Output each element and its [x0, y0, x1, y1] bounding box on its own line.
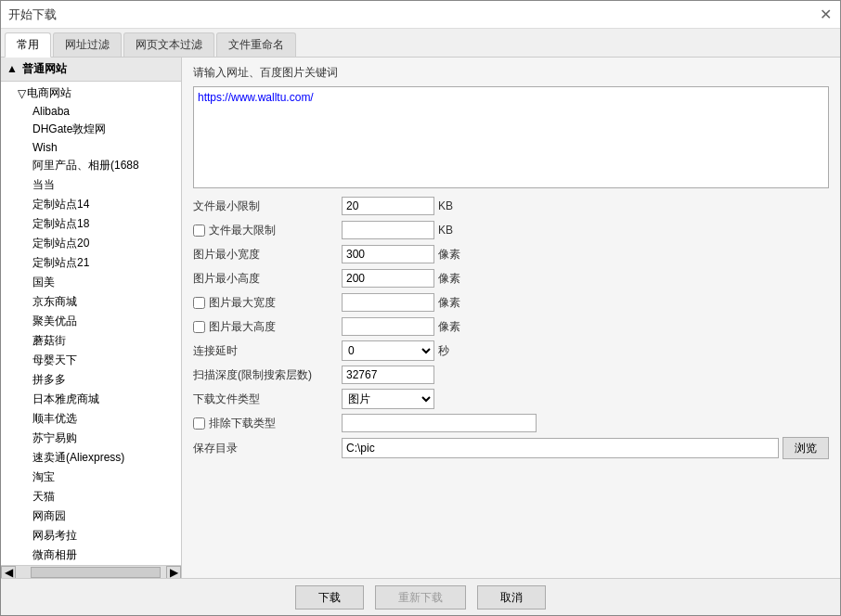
- scroll-thumb[interactable]: [31, 567, 161, 578]
- list-item[interactable]: Wish: [29, 139, 179, 156]
- max-height-label: 图片最大高度: [193, 319, 342, 335]
- list-item[interactable]: 拼多多: [29, 370, 179, 390]
- max-height-unit: 像素: [438, 319, 475, 335]
- max-file-size-input[interactable]: [342, 221, 434, 239]
- tree-node-ecommerce[interactable]: ▽ 电商网站: [3, 83, 179, 103]
- scroll-left-arrow[interactable]: ◀: [1, 566, 16, 579]
- list-item[interactable]: 定制站点14: [29, 195, 179, 214]
- min-width-row: 图片最小宽度 像素: [193, 244, 829, 264]
- min-height-label: 图片最小高度: [193, 271, 342, 287]
- min-file-size-input[interactable]: [342, 197, 434, 215]
- list-item[interactable]: Alibaba: [29, 103, 179, 120]
- scroll-right-arrow[interactable]: ▶: [166, 566, 181, 579]
- browse-button[interactable]: 浏览: [783, 437, 829, 459]
- connection-delay-unit: 秒: [438, 343, 475, 359]
- max-width-unit: 像素: [438, 295, 475, 311]
- max-width-input[interactable]: [342, 293, 434, 312]
- site-tree: ▽ 电商网站 Alibaba DHGate敦煌网 Wish 阿里产品、相册(16…: [1, 82, 181, 565]
- list-item[interactable]: 微商相册: [29, 545, 179, 565]
- max-file-size-label: 文件最大限制: [193, 223, 342, 238]
- min-width-input[interactable]: [342, 245, 434, 263]
- right-panel: 请输入网址、百度图片关键词 文件最小限制 KB 文件最大限制 K: [182, 58, 840, 578]
- bottom-bar: 下载 重新下载 取消: [1, 578, 840, 615]
- list-item[interactable]: 定制站点20: [29, 234, 179, 253]
- max-file-size-checkbox[interactable]: [193, 225, 205, 237]
- scan-depth-input[interactable]: [342, 366, 434, 384]
- min-height-row: 图片最小高度 像素: [193, 268, 829, 289]
- max-height-row: 图片最大高度 像素: [193, 316, 829, 337]
- max-width-label: 图片最大宽度: [193, 295, 342, 311]
- list-item[interactable]: 网商园: [29, 507, 179, 526]
- expand-icon[interactable]: ▽: [18, 87, 27, 100]
- title-bar: 开始下载 ✕: [1, 1, 840, 29]
- min-file-size-unit: KB: [438, 199, 475, 212]
- exclude-type-row: 排除下载类型: [193, 413, 829, 433]
- list-item[interactable]: 京东商城: [29, 292, 179, 312]
- min-width-label: 图片最小宽度: [193, 247, 342, 263]
- list-item[interactable]: 速卖通(Aliexpress): [29, 448, 179, 468]
- connection-delay-row: 连接延时 0 1 2 5 秒: [193, 340, 829, 361]
- main-window: 开始下载 ✕ 常用 网址过滤 网页文本过滤 文件重命名 ▲ 普通网站 ▽ 电商网…: [0, 0, 841, 616]
- list-item[interactable]: 当当: [29, 175, 179, 195]
- left-panel: ▲ 普通网站 ▽ 电商网站 Alibaba DHGate敦煌网 Wish 阿里产…: [1, 58, 182, 578]
- download-type-select[interactable]: 图片 视频 全部: [342, 389, 434, 409]
- min-height-input[interactable]: [342, 269, 434, 288]
- min-width-unit: 像素: [438, 247, 475, 263]
- tab-general[interactable]: 常用: [5, 32, 51, 58]
- tab-rename[interactable]: 文件重命名: [216, 32, 296, 57]
- exclude-type-input[interactable]: [342, 414, 537, 432]
- collapse-arrow[interactable]: ▲: [6, 62, 18, 75]
- tree-root-label: ▲ 普通网站: [1, 58, 181, 82]
- list-item[interactable]: DHGate敦煌网: [29, 120, 179, 139]
- save-dir-label: 保存目录: [193, 441, 342, 456]
- download-type-label: 下载文件类型: [193, 391, 342, 407]
- save-dir-row: 保存目录 浏览: [193, 437, 829, 459]
- redownload-button[interactable]: 重新下载: [375, 585, 466, 610]
- max-width-checkbox[interactable]: [193, 297, 205, 309]
- list-item[interactable]: 苏宁易购: [29, 429, 179, 448]
- max-file-size-unit: KB: [438, 224, 475, 237]
- tree-children: Alibaba DHGate敦煌网 Wish 阿里产品、相册(1688 当当 定…: [3, 103, 179, 565]
- max-height-checkbox[interactable]: [193, 321, 205, 333]
- exclude-type-label: 排除下载类型: [193, 416, 342, 431]
- scan-depth-label: 扫描深度(限制搜索层数): [193, 367, 342, 383]
- list-item[interactable]: 天猫: [29, 487, 179, 507]
- list-item[interactable]: 定制站点18: [29, 214, 179, 234]
- window-title: 开始下载: [8, 6, 57, 23]
- tabs-bar: 常用 网址过滤 网页文本过滤 文件重命名: [1, 29, 840, 58]
- list-item[interactable]: 蘑菇街: [29, 331, 179, 351]
- exclude-type-checkbox[interactable]: [193, 417, 205, 430]
- list-item[interactable]: 顺丰优选: [29, 409, 179, 429]
- max-width-row: 图片最大宽度 像素: [193, 292, 829, 313]
- max-file-size-row: 文件最大限制 KB: [193, 220, 829, 240]
- min-height-unit: 像素: [438, 271, 475, 287]
- min-file-size-label: 文件最小限制: [193, 199, 342, 214]
- list-item[interactable]: 阿里产品、相册(1688: [29, 156, 179, 175]
- url-label: 请输入网址、百度图片关键词: [193, 65, 829, 81]
- connection-delay-label: 连接延时: [193, 343, 342, 359]
- list-item[interactable]: 淘宝: [29, 468, 179, 487]
- main-content: ▲ 普通网站 ▽ 电商网站 Alibaba DHGate敦煌网 Wish 阿里产…: [1, 58, 840, 578]
- tab-text-filter[interactable]: 网页文本过滤: [123, 32, 214, 57]
- tab-url-filter[interactable]: 网址过滤: [53, 32, 122, 57]
- close-button[interactable]: ✕: [818, 7, 833, 22]
- list-item[interactable]: 定制站点21: [29, 253, 179, 273]
- max-height-input[interactable]: [342, 317, 434, 336]
- list-item[interactable]: 母婴天下: [29, 351, 179, 370]
- save-dir-input[interactable]: [342, 438, 779, 458]
- download-type-row: 下载文件类型 图片 视频 全部: [193, 389, 829, 409]
- url-textarea[interactable]: [193, 86, 829, 188]
- connection-delay-select[interactable]: 0 1 2 5: [342, 340, 434, 361]
- list-item[interactable]: 国美: [29, 273, 179, 292]
- list-item[interactable]: 日本雅虎商城: [29, 390, 179, 409]
- scan-depth-row: 扫描深度(限制搜索层数): [193, 365, 829, 385]
- horizontal-scrollbar[interactable]: ◀ ▶: [1, 565, 181, 578]
- download-button[interactable]: 下载: [295, 585, 364, 610]
- list-item[interactable]: 网易考拉: [29, 526, 179, 545]
- min-file-size-row: 文件最小限制 KB: [193, 196, 829, 216]
- cancel-button[interactable]: 取消: [477, 585, 546, 610]
- list-item[interactable]: 聚美优品: [29, 312, 179, 331]
- form-area: 文件最小限制 KB 文件最大限制 KB 图片最小宽度: [193, 196, 829, 463]
